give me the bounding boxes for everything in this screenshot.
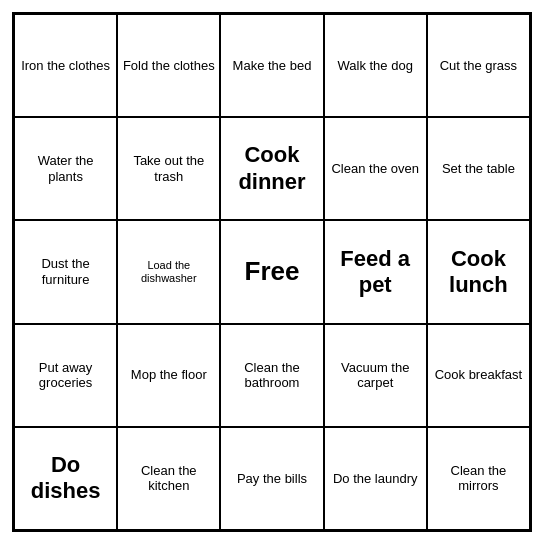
bingo-cell-r3c4[interactable]: Cook breakfast bbox=[427, 324, 530, 427]
bingo-cell-r4c4[interactable]: Clean the mirrors bbox=[427, 427, 530, 530]
bingo-cell-r1c4[interactable]: Set the table bbox=[427, 117, 530, 220]
bingo-cell-r1c1[interactable]: Take out the trash bbox=[117, 117, 220, 220]
bingo-cell-r0c0[interactable]: Iron the clothes bbox=[14, 14, 117, 117]
bingo-card: Iron the clothesFold the clothesMake the… bbox=[12, 12, 532, 532]
bingo-cell-r0c3[interactable]: Walk the dog bbox=[324, 14, 427, 117]
bingo-cell-r1c2[interactable]: Cook dinner bbox=[220, 117, 323, 220]
bingo-cell-r3c0[interactable]: Put away groceries bbox=[14, 324, 117, 427]
bingo-cell-r4c1[interactable]: Clean the kitchen bbox=[117, 427, 220, 530]
bingo-cell-r3c1[interactable]: Mop the floor bbox=[117, 324, 220, 427]
bingo-cell-r2c0[interactable]: Dust the furniture bbox=[14, 220, 117, 323]
bingo-cell-r4c3[interactable]: Do the laundry bbox=[324, 427, 427, 530]
bingo-cell-r2c2[interactable]: Free bbox=[220, 220, 323, 323]
bingo-cell-r0c4[interactable]: Cut the grass bbox=[427, 14, 530, 117]
bingo-cell-r0c2[interactable]: Make the bed bbox=[220, 14, 323, 117]
bingo-cell-r0c1[interactable]: Fold the clothes bbox=[117, 14, 220, 117]
bingo-cell-r2c1[interactable]: Load the dishwasher bbox=[117, 220, 220, 323]
bingo-cell-r1c3[interactable]: Clean the oven bbox=[324, 117, 427, 220]
bingo-cell-r3c2[interactable]: Clean the bathroom bbox=[220, 324, 323, 427]
bingo-cell-r3c3[interactable]: Vacuum the carpet bbox=[324, 324, 427, 427]
bingo-cell-r4c2[interactable]: Pay the bills bbox=[220, 427, 323, 530]
bingo-cell-r2c4[interactable]: Cook lunch bbox=[427, 220, 530, 323]
bingo-cell-r1c0[interactable]: Water the plants bbox=[14, 117, 117, 220]
bingo-cell-r2c3[interactable]: Feed a pet bbox=[324, 220, 427, 323]
bingo-cell-r4c0[interactable]: Do dishes bbox=[14, 427, 117, 530]
